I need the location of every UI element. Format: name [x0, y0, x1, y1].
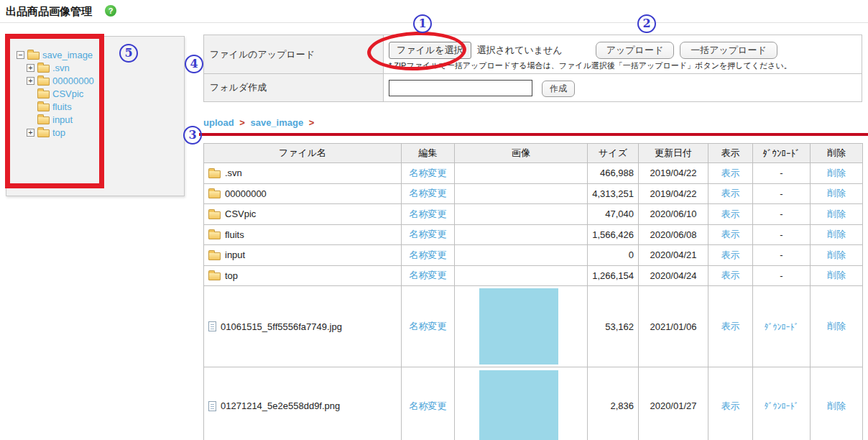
file-name: CSVpic: [225, 208, 256, 219]
bulk-upload-button[interactable]: 一括アップロード: [680, 42, 777, 59]
table-header-row: ファイル名 編集 画像 サイズ 更新日付 表示 ﾀﾞｳﾝﾛｰﾄﾞ 削除: [204, 144, 863, 163]
show-link[interactable]: 表示: [721, 249, 740, 260]
folder-name-input[interactable]: [389, 80, 532, 96]
delete-link[interactable]: 削除: [827, 249, 846, 260]
folder-icon: [27, 52, 40, 60]
download-cell: -: [753, 183, 811, 204]
file-icon: [208, 401, 216, 411]
show-link[interactable]: 表示: [721, 208, 740, 219]
delete-link[interactable]: 削除: [827, 229, 846, 239]
folder-create-cell: 作成: [384, 74, 862, 101]
rename-link[interactable]: 名称変更: [410, 321, 447, 331]
file-size: 1,566,426: [588, 224, 639, 245]
file-icon: [208, 321, 216, 331]
expand-icon[interactable]: +: [27, 129, 34, 137]
file-name: input: [225, 249, 245, 260]
rename-link[interactable]: 名称変更: [410, 208, 447, 219]
rename-link[interactable]: 名称変更: [410, 229, 447, 239]
help-icon[interactable]: ?: [105, 5, 116, 17]
breadcrumb-separator: >: [306, 117, 318, 128]
breadcrumb-save-image-link[interactable]: save_image: [250, 117, 303, 128]
show-link[interactable]: 表示: [721, 400, 740, 411]
table-row: .svn 名称変更 466,988 2019/04/22 表示 - 削除: [204, 163, 863, 184]
table-row: input 名称変更 0 2020/04/21 表示 - 削除: [204, 245, 863, 266]
table-row: 01061515_5ff5556fa7749.jpg 名称変更 53,162 2…: [204, 286, 863, 367]
rename-link[interactable]: 名称変更: [410, 400, 447, 411]
create-folder-button[interactable]: 作成: [542, 81, 575, 97]
file-name: fluits: [225, 229, 244, 240]
table-row: CSVpic 名称変更 47,040 2020/06/10 表示 - 削除: [204, 204, 863, 225]
table-row: 00000000 名称変更 4,313,251 2019/04/22 表示 - …: [204, 183, 863, 204]
tree-node-svn[interactable]: + .svn: [12, 61, 184, 74]
header-file-name: ファイル名: [204, 144, 402, 163]
delete-link[interactable]: 削除: [827, 321, 846, 331]
file-select-status: 選択されていません: [477, 44, 563, 57]
upload-button[interactable]: アップロード: [596, 42, 675, 59]
file-size: 1,266,154: [588, 265, 639, 286]
expander-spacer: [27, 90, 34, 98]
collapse-icon[interactable]: −: [17, 51, 24, 59]
image-thumbnail[interactable]: [479, 370, 558, 440]
file-name: 01061515_5ff5556fa7749.jpg: [221, 321, 342, 332]
download-link[interactable]: ﾀﾞｳﾝﾛｰﾄﾞ: [765, 401, 799, 411]
folder-icon: [37, 104, 50, 111]
rename-link[interactable]: 名称変更: [410, 270, 447, 280]
file-size: 2,836: [588, 367, 639, 440]
delete-link[interactable]: 削除: [827, 168, 846, 178]
file-size: 0: [588, 245, 639, 266]
tree-node-label[interactable]: .svn: [52, 63, 70, 73]
folder-icon: [208, 272, 221, 280]
file-size: 466,988: [588, 163, 639, 184]
image-cell: [455, 224, 588, 245]
download-link[interactable]: ﾀﾞｳﾝﾛｰﾄﾞ: [765, 322, 799, 332]
page-header: 出品商品画像管理 ?: [0, 0, 868, 23]
rename-link[interactable]: 名称変更: [410, 188, 447, 198]
show-link[interactable]: 表示: [721, 270, 740, 280]
delete-link[interactable]: 削除: [827, 400, 846, 411]
tree-node-label[interactable]: fluits: [52, 101, 72, 112]
delete-link[interactable]: 削除: [827, 270, 846, 280]
delete-link[interactable]: 削除: [827, 188, 846, 198]
show-link[interactable]: 表示: [721, 229, 740, 239]
rename-link[interactable]: 名称変更: [410, 249, 447, 260]
show-link[interactable]: 表示: [721, 321, 740, 331]
folder-icon: [37, 65, 50, 73]
file-date: 2020/06/10: [639, 204, 708, 225]
tree-node-input[interactable]: input: [12, 113, 184, 126]
tree-node-fluits[interactable]: fluits: [12, 100, 184, 113]
breadcrumb-upload-link[interactable]: upload: [203, 117, 234, 128]
file-size: 53,162: [588, 286, 639, 367]
image-thumbnail[interactable]: [479, 288, 558, 365]
table-row: top 名称変更 1,266,154 2020/04/24 表示 - 削除: [204, 265, 863, 286]
tree-node-label[interactable]: top: [52, 127, 65, 138]
show-link[interactable]: 表示: [721, 188, 740, 198]
rename-link[interactable]: 名称変更: [410, 168, 447, 178]
expander-spacer: [27, 116, 34, 124]
annotation-red-underline: [199, 133, 868, 136]
folder-icon: [37, 129, 50, 137]
file-upload-label: ファイルのアップロード: [204, 35, 384, 74]
file-date: 2019/04/22: [639, 183, 708, 204]
download-cell: -: [753, 265, 811, 286]
tree-node-top[interactable]: + top: [12, 126, 184, 139]
tree-node-label[interactable]: 00000000: [52, 75, 94, 86]
image-cell: [455, 163, 588, 184]
delete-link[interactable]: 削除: [827, 208, 846, 219]
tree-node-00000000[interactable]: + 00000000: [12, 74, 184, 87]
annotation-circled-3: 3: [183, 126, 202, 145]
tree-node-label[interactable]: CSVpic: [52, 88, 83, 99]
show-link[interactable]: 表示: [721, 168, 740, 178]
file-table: ファイル名 編集 画像 サイズ 更新日付 表示 ﾀﾞｳﾝﾛｰﾄﾞ 削除 .svn…: [203, 143, 863, 440]
expand-icon[interactable]: +: [27, 64, 34, 72]
file-date: 2020/04/21: [639, 245, 708, 266]
tree-node-label[interactable]: input: [52, 114, 73, 125]
folder-icon: [37, 78, 50, 86]
folder-create-label: フォルダ作成: [204, 74, 384, 101]
file-select-button[interactable]: ファイルを選択: [389, 42, 471, 59]
tree-node-save-image[interactable]: − save_image: [12, 48, 184, 61]
upload-form: ファイルのアップロード ファイルを選択 選択されていません アップロード 一括ア…: [203, 35, 862, 102]
folder-icon: [208, 191, 221, 198]
expand-icon[interactable]: +: [27, 77, 34, 85]
tree-node-csvpic[interactable]: CSVpic: [12, 87, 184, 100]
tree-node-label[interactable]: save_image: [42, 50, 93, 60]
